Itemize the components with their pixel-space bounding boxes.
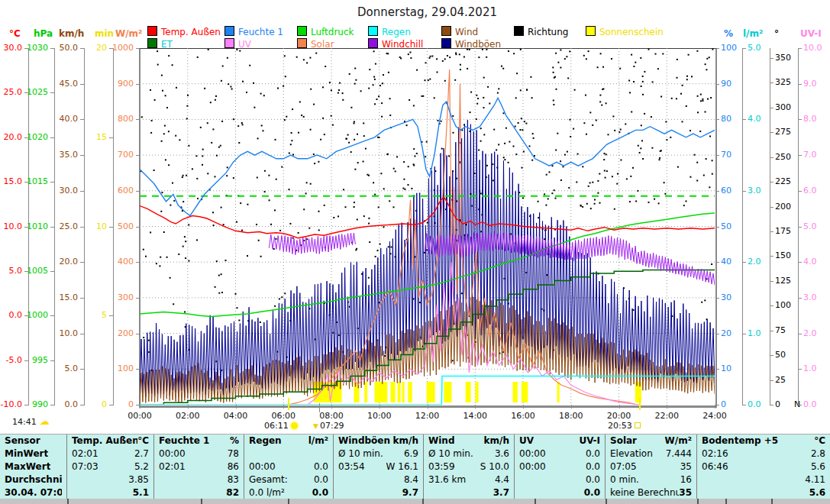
legend-swatch xyxy=(297,38,307,48)
table-column-header: Windkm/h xyxy=(428,435,509,447)
legend-label: Luftdruck xyxy=(311,27,354,37)
table-column-windb-en: Windböenkm/hØ 10 min.6.903:54W 16.18.49.… xyxy=(334,435,424,499)
direction-axis-label: ° xyxy=(774,28,779,39)
cell-label: Gesamt: xyxy=(249,473,288,486)
cell-value: 3.6 xyxy=(495,447,509,460)
pressure-tick-label: 1025 xyxy=(10,87,48,97)
table-column-header: Windböenkm/h xyxy=(338,435,418,447)
direction-tick xyxy=(770,58,773,59)
table-cell-row: 00:0078 xyxy=(159,447,239,460)
solar-tick-label: 400 xyxy=(95,257,134,267)
legend-label: Feuchte 1 xyxy=(238,27,283,37)
table-column-feuchte-1: Feuchte 1%00:007802:01868382 xyxy=(154,435,244,499)
legend-item-richtung: Richtung xyxy=(514,26,568,36)
table-cell-row: 0.0 xyxy=(519,486,600,499)
x-axis-tick xyxy=(428,405,428,409)
wind-tick xyxy=(80,369,84,370)
direction-tick-label: 350 xyxy=(775,53,791,63)
x-axis-tick xyxy=(331,405,332,409)
humidity-tick-label: 0 xyxy=(721,399,726,409)
legend-swatch xyxy=(514,26,524,36)
cell-value: 0.0 xyxy=(314,473,328,486)
legend-swatch xyxy=(441,26,451,36)
rain-tick-label: 4.0 xyxy=(748,114,761,124)
rain-tick xyxy=(742,119,746,120)
strip-tick xyxy=(288,499,289,504)
legend-swatch xyxy=(368,38,378,48)
cell-label: 31.6 km xyxy=(428,473,466,486)
legend-item-wind: Wind xyxy=(441,26,478,36)
table-column-solar: SolarW/m²Elevation7.44407:05350 min.16ke… xyxy=(606,435,697,499)
table-column-uv: UVUV-I00:000.000:000.00.00.0 xyxy=(515,435,606,499)
cell-value: 8.4 xyxy=(404,473,418,486)
solar-tick-label: 900 xyxy=(95,79,134,89)
humidity-tick-label: 30 xyxy=(721,292,731,302)
cell-value: 5.2 xyxy=(134,460,149,473)
table-cell-row: 0.0 xyxy=(519,473,600,486)
rain-start-marker: ▼07:29 xyxy=(313,421,344,431)
legend-item-sonnenschein: Sonnenschein xyxy=(586,26,664,36)
legend-label: Richtung xyxy=(528,27,568,37)
wind-axis-label: km/h xyxy=(59,28,84,39)
column-unit: °C xyxy=(137,435,149,447)
row-label-text: MinWert xyxy=(5,447,48,460)
cell-label: 00:00 xyxy=(519,460,546,473)
direction-tick xyxy=(770,355,773,356)
table-cell-row: 3.85 xyxy=(72,473,149,486)
x-axis-tick xyxy=(667,405,667,409)
cell-value: 5.6 xyxy=(809,486,825,499)
arrow-axis-tick xyxy=(319,403,320,412)
sunrise-marker: 06:11 xyxy=(264,421,298,431)
table-row-label: Sensor xyxy=(5,435,62,447)
sunshine-tick xyxy=(109,137,113,138)
cell-value: 9.7 xyxy=(402,486,418,499)
column-unit: W/m² xyxy=(665,435,692,447)
cell-label: Ø 10 min. xyxy=(428,447,473,460)
cell-value: 6.9 xyxy=(404,447,418,460)
direction-tick xyxy=(770,157,773,158)
rain-axis-line xyxy=(742,48,743,405)
stats-table: SensorMinWertMaxWertDurchschnitt30.04. 0… xyxy=(0,434,830,499)
sunset-time: 20:53 xyxy=(608,421,632,431)
uv-tick xyxy=(798,369,802,370)
table-cell-row: Ø 10 min.3.6 xyxy=(428,447,509,460)
cell-value: 5.6 xyxy=(811,460,825,473)
solar-tick-label: 500 xyxy=(95,221,134,231)
uv-tick-label: 10.0 xyxy=(803,43,822,53)
table-row-label: 30.04. 07:06 xyxy=(5,486,62,499)
table-cell-row: 8.4 xyxy=(338,473,418,486)
pressure-tick xyxy=(50,315,54,316)
cell-value: 3.7 xyxy=(493,486,509,499)
legend-item-et: ET xyxy=(147,38,173,48)
wind-tick xyxy=(80,298,84,299)
x-axis-tick xyxy=(523,405,524,409)
direction-tick-label: 25 xyxy=(775,375,786,385)
cell-label: 00:00 xyxy=(159,447,186,460)
cell-label: 03:54 xyxy=(338,460,365,473)
x-axis-tick-label: 12:00 xyxy=(411,411,444,421)
table-row-label: Durchschnitt xyxy=(5,473,62,486)
cell-label: 02:01 xyxy=(159,460,186,473)
column-unit: UV-I xyxy=(579,435,600,447)
cell-value: 35 xyxy=(680,460,692,473)
legend-swatch xyxy=(586,26,596,36)
direction-tick xyxy=(770,405,773,405)
sun-icon xyxy=(291,422,298,429)
legend-swatch xyxy=(368,26,378,36)
table-cell-row: 00:000.0 xyxy=(519,460,600,473)
humidity-tick-label: 90 xyxy=(721,79,731,89)
table-cell-row: 82 xyxy=(159,486,239,499)
table-column-bodentemp-5: Bodentemp +5°C02:162.806:465.64.115.6 xyxy=(697,435,830,499)
humidity-axis-label: % xyxy=(724,28,733,39)
sunshine-axis-label: min xyxy=(95,28,114,39)
uv-tick xyxy=(798,227,802,228)
uv-tick-label: 4.0 xyxy=(803,257,817,267)
table-cell-row: 02:0186 xyxy=(159,460,239,473)
direction-tick-label: 300 xyxy=(775,102,791,112)
strip-tick xyxy=(725,499,727,504)
wind-tick xyxy=(80,84,84,85)
cell-value: 0.0 xyxy=(586,447,600,460)
legend-item-windchill: Windchill xyxy=(368,38,423,48)
direction-tick-label: 175 xyxy=(775,226,791,236)
column-unit: °C xyxy=(814,435,825,447)
